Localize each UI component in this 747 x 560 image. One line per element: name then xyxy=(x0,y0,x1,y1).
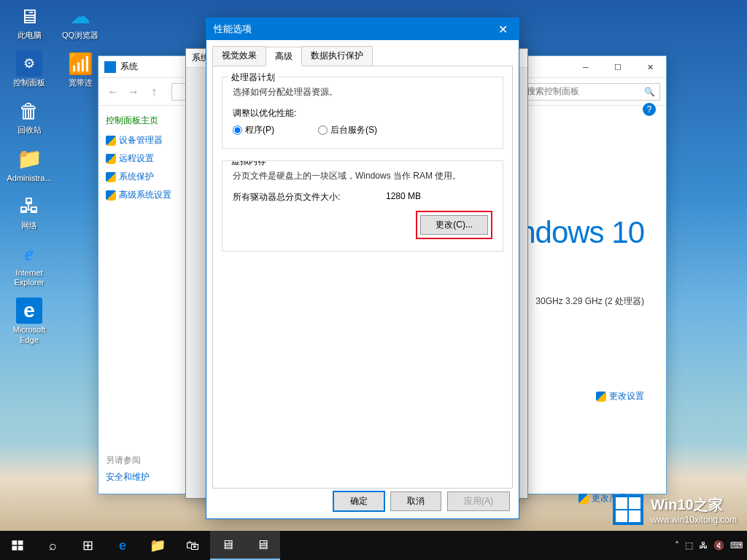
system-icon xyxy=(104,61,116,73)
system-tray[interactable]: ˄ ⬚ 🖧 🔇 ⌨ xyxy=(675,540,747,551)
control-panel-icon: ⚙ xyxy=(16,50,42,77)
svg-rect-2 xyxy=(12,546,18,551)
maximize-button[interactable]: ☐ xyxy=(602,56,634,78)
recycle-bin-icon: 🗑 xyxy=(16,98,42,124)
ok-button[interactable]: 确定 xyxy=(333,491,384,511)
taskbar-app1[interactable]: 🖥 xyxy=(210,531,245,560)
vmem-desc: 分页文件是硬盘上的一块区域，Windows 当作 RAM 使用。 xyxy=(233,170,492,182)
qq-browser-icon: ☁ xyxy=(67,3,93,29)
minimize-button[interactable]: ─ xyxy=(570,56,602,78)
tray-devices-icon[interactable]: ⬚ xyxy=(685,540,693,551)
virtual-memory-group: 虚拟内存 分页文件是硬盘上的一块区域，Windows 当作 RAM 使用。 所有… xyxy=(222,160,503,252)
tray-network-icon[interactable]: 🖧 xyxy=(699,540,708,551)
broadband-icon: 📶 xyxy=(67,50,93,77)
tab-visual-effects[interactable]: 视觉效果 xyxy=(212,46,266,66)
tray-ime-icon[interactable]: ⌨ xyxy=(730,540,743,551)
taskbar-edge[interactable]: e xyxy=(105,531,140,560)
perf-tab-content: 处理器计划 选择如何分配处理器资源。 调整以优化性能: 程序(P) 后台服务(S… xyxy=(212,66,513,489)
nav-back-button[interactable]: ← xyxy=(104,83,122,101)
vmem-total-label: 所有驱动器总分页文件大小: xyxy=(233,191,386,203)
processor-scheduling-group: 处理器计划 选择如何分配处理器资源。 调整以优化性能: 程序(P) 后台服务(S… xyxy=(222,77,503,149)
optimize-label: 调整以优化性能: xyxy=(233,107,492,120)
desktop-icon-administrator[interactable]: 📁Administra... xyxy=(6,146,53,183)
shield-icon xyxy=(106,172,116,182)
radio-programs-input[interactable] xyxy=(233,125,242,135)
ie-icon: e xyxy=(16,241,42,267)
taskbar-store[interactable]: 🛍 xyxy=(175,531,210,560)
change-vmem-button[interactable]: 更改(C)... xyxy=(420,215,488,235)
scheduling-desc: 选择如何分配处理器资源。 xyxy=(233,86,492,98)
radio-background-services[interactable]: 后台服务(S) xyxy=(318,124,377,136)
see-also: 另请参阅 安全和维护 xyxy=(106,454,150,483)
tray-volume-muted-icon[interactable]: 🔇 xyxy=(713,540,724,551)
desktop-icon-broadband[interactable]: 📶宽带连 xyxy=(57,50,104,88)
change-settings-link[interactable]: 更改设置 xyxy=(596,390,644,402)
apply-button[interactable]: 应用(A) xyxy=(447,491,510,511)
see-also-link[interactable]: 安全和维护 xyxy=(106,471,150,483)
network-icon: 🖧 xyxy=(16,193,42,219)
watermark-title: Win10之家 xyxy=(651,495,737,515)
taskbar-task-view[interactable]: ⊞ xyxy=(70,531,105,560)
cancel-button[interactable]: 取消 xyxy=(390,491,441,511)
desktop-icon-this-pc[interactable]: 🖥此电脑 xyxy=(6,3,53,40)
windows10-logo: ndows 10 xyxy=(519,215,644,250)
taskbar-explorer[interactable]: 📁 xyxy=(140,531,175,560)
watermark: Win10之家 www.win10xitong.com xyxy=(613,494,737,525)
search-icon: 🔍 xyxy=(644,87,655,97)
tab-advanced[interactable]: 高级 xyxy=(266,47,302,66)
system-window-controls: ─ ☐ ✕ xyxy=(570,56,666,78)
addr-icon xyxy=(175,87,185,97)
shield-icon xyxy=(596,392,606,402)
svg-rect-1 xyxy=(18,540,23,545)
system-window-title: 系统 xyxy=(120,61,138,73)
scheduling-title: 处理器计划 xyxy=(228,71,278,84)
windows-icon xyxy=(11,539,24,552)
svg-rect-0 xyxy=(12,540,18,545)
radio-programs[interactable]: 程序(P) xyxy=(233,124,274,136)
shield-icon xyxy=(578,494,589,504)
taskbar-search[interactable]: ⌕ xyxy=(35,531,70,560)
folder-icon: 📁 xyxy=(16,146,42,172)
desktop-icon-network[interactable]: 🖧网络 xyxy=(6,193,53,230)
edge-icon: e xyxy=(16,298,42,324)
watermark-url: www.win10xitong.com xyxy=(651,515,737,525)
tray-chevron-icon[interactable]: ˄ xyxy=(675,540,679,551)
radio-services-input[interactable] xyxy=(318,125,328,135)
tab-dep[interactable]: 数据执行保护 xyxy=(301,46,373,66)
shield-icon xyxy=(106,154,116,164)
perf-tabs: 视觉效果 高级 数据执行保护 xyxy=(206,40,519,66)
vmem-total-value: 1280 MB xyxy=(386,191,421,203)
nav-up-button[interactable]: ↑ xyxy=(145,83,163,101)
taskbar[interactable]: ⌕ ⊞ e 📁 🛍 🖥 🖥 ˄ ⬚ 🖧 🔇 ⌨ xyxy=(0,531,747,560)
perf-dialog-buttons: 确定 取消 应用(A) xyxy=(333,491,510,511)
win10-logo-icon xyxy=(613,494,643,525)
perf-close-button[interactable]: ✕ xyxy=(487,18,519,40)
desktop-icon-edge[interactable]: eMicrosoft Edge xyxy=(6,298,53,344)
desktop-icon-qq-browser[interactable]: ☁QQ浏览器 xyxy=(57,3,104,40)
desktop-icon-control-panel[interactable]: ⚙控制面板 xyxy=(6,50,53,88)
shield-icon xyxy=(106,136,116,146)
desktop-icons-col2: ☁QQ浏览器 📶宽带连 xyxy=(57,3,104,88)
search-input[interactable]: 搜索控制面板 🔍 xyxy=(522,83,660,101)
change-button-highlight: 更改(C)... xyxy=(416,211,492,239)
svg-rect-3 xyxy=(18,546,23,551)
performance-options-dialog[interactable]: 性能选项 ✕ 视觉效果 高级 数据执行保护 处理器计划 选择如何分配处理器资源。… xyxy=(206,18,519,519)
pc-icon: 🖥 xyxy=(16,3,42,29)
vmem-title: 虚拟内存 xyxy=(228,160,269,168)
shield-icon xyxy=(106,190,116,201)
start-button[interactable] xyxy=(0,531,35,560)
desktop-icon-ie[interactable]: eInternet Explorer xyxy=(6,241,53,287)
taskbar-app2[interactable]: 🖥 xyxy=(245,531,280,560)
nav-forward-button[interactable]: → xyxy=(125,83,142,101)
desktop-icon-recycle-bin[interactable]: 🗑回收站 xyxy=(6,98,53,135)
perf-title: 性能选项 xyxy=(214,23,252,36)
desktop-icons-col1: 🖥此电脑 ⚙控制面板 🗑回收站 📁Administra... 🖧网络 eInte… xyxy=(6,3,53,345)
perf-titlebar[interactable]: 性能选项 xyxy=(206,18,519,40)
cpu-spec: 30GHz 3.29 GHz (2 处理器) xyxy=(535,295,644,308)
close-button[interactable]: ✕ xyxy=(634,56,666,78)
